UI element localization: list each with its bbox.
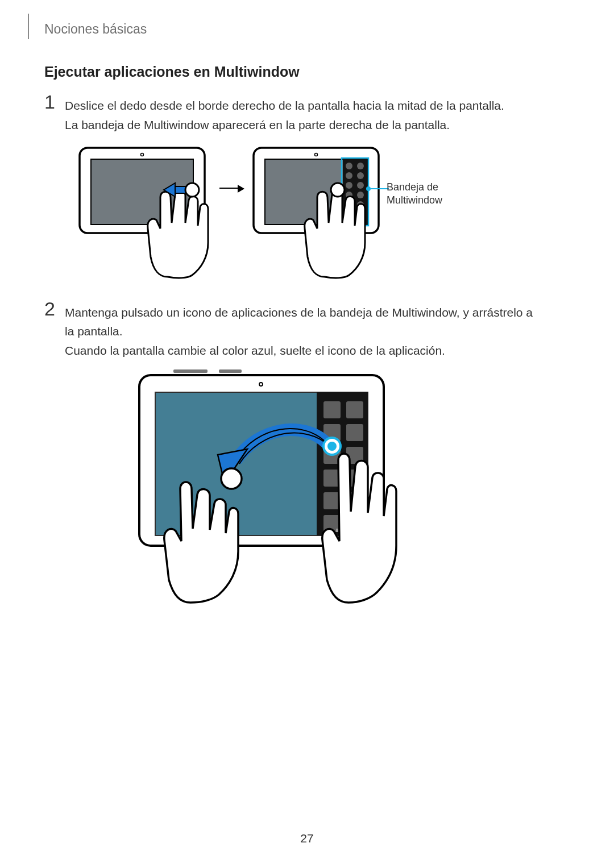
figure-step1 xyxy=(74,143,392,291)
svg-rect-36 xyxy=(346,401,363,418)
svg-rect-3 xyxy=(175,186,185,193)
svg-point-26 xyxy=(331,183,345,197)
svg-marker-7 xyxy=(238,185,244,193)
svg-point-19 xyxy=(357,192,364,198)
callout-line2: Multiwindow xyxy=(387,194,442,206)
breadcrumb: Nociones básicas xyxy=(44,22,147,37)
svg-point-15 xyxy=(357,172,364,179)
header-divider-line xyxy=(28,14,29,39)
svg-rect-6 xyxy=(219,188,238,189)
step1-line2: La bandeja de Multiwindow aparecerá en l… xyxy=(65,116,450,135)
step-number-2: 2 xyxy=(44,298,55,320)
callout-line1: Bandeja de xyxy=(387,181,438,193)
svg-point-52 xyxy=(221,468,242,489)
svg-rect-38 xyxy=(346,424,363,441)
svg-rect-31 xyxy=(219,369,242,373)
svg-point-16 xyxy=(346,182,352,189)
svg-rect-35 xyxy=(323,401,341,418)
page-number: 27 xyxy=(0,832,614,845)
svg-rect-30 xyxy=(173,369,208,373)
svg-point-17 xyxy=(357,182,364,189)
step2-line2: Cuando la pantalla cambie al color azul,… xyxy=(65,342,445,360)
callout-tray-label: Bandeja de Multiwindow xyxy=(387,181,442,207)
step2-line1: Mantenga pulsado un icono de aplicacione… xyxy=(65,304,537,340)
section-heading: Ejecutar aplicaciones en Multiwindow xyxy=(44,64,300,80)
step-number-1: 1 xyxy=(44,91,55,113)
svg-point-14 xyxy=(346,172,352,179)
svg-point-5 xyxy=(185,183,199,197)
svg-point-13 xyxy=(357,163,364,169)
svg-point-12 xyxy=(346,163,352,169)
figure-step2 xyxy=(134,369,418,608)
svg-point-51 xyxy=(327,442,337,451)
step1-line1: Deslice el dedo desde el borde derecho d… xyxy=(65,97,504,115)
svg-point-27 xyxy=(366,186,371,191)
